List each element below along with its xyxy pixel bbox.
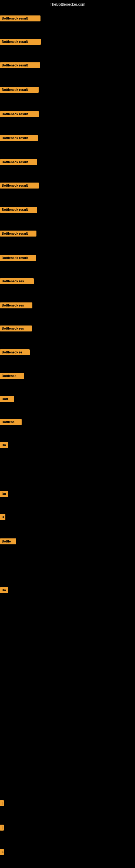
bottleneck-result-button[interactable]: Bottleneck res bbox=[0, 303, 32, 308]
bottleneck-result-button[interactable]: Bo bbox=[0, 587, 8, 593]
bottleneck-result-button[interactable]: Bo bbox=[0, 442, 8, 448]
bottleneck-result-button[interactable]: Bottlene bbox=[0, 419, 21, 425]
site-title: TheBottlenecker.com bbox=[0, 0, 135, 8]
bottleneck-result-button[interactable]: Bottleneck result bbox=[0, 255, 36, 261]
bottleneck-result-button[interactable]: | bbox=[0, 825, 4, 831]
bottleneck-result-button[interactable]: Bottleneck res bbox=[0, 278, 34, 284]
bottleneck-result-button[interactable]: Bottleneck result bbox=[0, 135, 38, 141]
bottleneck-result-button[interactable]: Bott bbox=[0, 396, 14, 402]
bottleneck-result-button[interactable]: E bbox=[0, 849, 4, 855]
bottleneck-result-button[interactable]: Bottleneck result bbox=[0, 207, 37, 213]
bottleneck-result-button[interactable]: Bottleneck result bbox=[0, 159, 37, 165]
bottleneck-result-button[interactable]: Bottleneck result bbox=[0, 230, 37, 237]
bottleneck-result-button[interactable]: B bbox=[0, 514, 5, 520]
bottleneck-result-button[interactable]: Bottleneck result bbox=[0, 62, 40, 68]
bottleneck-result-button[interactable]: Bottleneck res bbox=[0, 326, 32, 332]
bottleneck-result-button[interactable]: Bo bbox=[0, 491, 8, 497]
bottleneck-result-button[interactable]: Bottleneck result bbox=[0, 16, 41, 22]
bottleneck-result-button[interactable]: Bottleneck result bbox=[0, 183, 39, 188]
bottleneck-result-button[interactable]: Bottleneck result bbox=[0, 39, 41, 45]
bottleneck-result-button[interactable]: Bottleneck result bbox=[0, 111, 39, 117]
bottleneck-result-button[interactable]: Bottleneck re bbox=[0, 349, 30, 355]
bottleneck-result-button[interactable]: Bottleneck result bbox=[0, 87, 39, 93]
bottleneck-result-button[interactable]: Bottle bbox=[0, 538, 16, 545]
bottleneck-result-button[interactable]: | bbox=[0, 800, 4, 806]
bottleneck-result-button[interactable]: Bottlenec bbox=[0, 373, 24, 379]
